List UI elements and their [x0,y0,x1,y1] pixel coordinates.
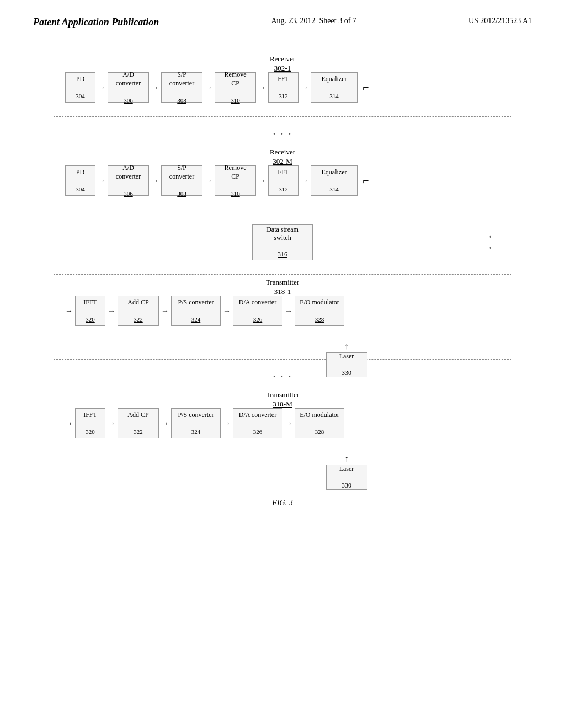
arrow: → [151,83,159,92]
block-ifft-tm: IFFT320 [75,408,105,438]
transmitter-1-container: Transmitter318-1 → IFFT320 → Add CP322 →… [54,274,511,360]
arrow: → [223,419,231,428]
switch-arrow-top: ← [488,232,495,241]
receiver-m-container: Receiver302-M PD304 → A/Dconverter306 → … [54,144,511,210]
block-fft-rm: FFT312 [268,165,299,196]
receiver-m-block-row: PD304 → A/Dconverter306 → S/Pconverter30… [65,165,374,196]
vdots-transmitters: · · · [273,371,292,383]
right-bracket-rm: ⌐ [358,165,374,196]
laser-up-arrow-tm: ↑ [344,454,349,464]
arrow: → [301,83,308,92]
block-sp-r1: S/Pconverter308 [161,72,202,103]
block-data-stream-switch: Data streamswitch316 [252,224,313,260]
block-equalizer-r1: Equalizer314 [311,72,358,103]
block-da-t1: D/A converter326 [233,296,282,326]
arrow: → [205,176,212,185]
figure-caption: FIG. 3 [272,499,292,507]
block-laser-tm: Laser330 [326,465,367,490]
arrow: → [301,176,308,185]
publication-title: Patent Application Publication [33,17,159,28]
block-addcp-tm: Add CP322 [118,408,159,438]
block-fft-r1: FFT312 [268,72,299,103]
arrow: → [151,176,159,185]
block-sp-rm: S/Pconverter308 [161,165,202,196]
arrow: → [285,307,292,315]
block-pd-rm: PD304 [65,165,95,196]
block-ad-r1: A/Dconverter306 [108,72,149,103]
block-eo-tm: E/O modulator328 [295,408,344,438]
block-ps-tm: P/S converter324 [171,408,221,438]
block-pd-r1: PD304 [65,72,95,103]
arrow: → [223,307,231,315]
block-removecp-r1: RemoveCP310 [215,72,256,103]
transmitter-1-label: Transmitter318-1 [54,278,511,297]
switch-arrow-bottom: ← [488,243,495,252]
receiver-1-container: Receiver302-1 PD304 → A/Dconverter306 → … [54,51,511,117]
sheet-info: Aug. 23, 2012 Sheet 3 of 7 [271,17,356,25]
left-arrow-tm: → [65,419,73,428]
arrow: → [258,83,266,92]
arrow: → [98,176,105,185]
receiver-1-block-row: PD304 → A/Dconverter306 → S/Pconverter30… [65,72,374,103]
arrow: → [205,83,212,92]
block-removecp-rm: RemoveCP310 [215,165,256,196]
arrow: → [108,307,115,315]
block-equalizer-rm: Equalizer314 [311,165,358,196]
transmitter-1-block-row: → IFFT320 → Add CP322 → P/S converter324… [65,296,344,326]
transmitter-m-block-row: → IFFT320 → Add CP322 → P/S converter324… [65,408,344,438]
arrow: → [108,419,115,428]
arrow: → [161,419,169,428]
left-arrow-t1: → [65,307,73,315]
patent-number: US 2012/213523 A1 [468,17,532,25]
diagram-area: Receiver302-1 PD304 → A/Dconverter306 → … [0,34,565,524]
vdots-receivers: · · · [273,128,292,141]
transmitter-m-container: Transmitter318-M → IFFT320 → Add CP322 →… [54,387,511,472]
block-ifft-t1: IFFT320 [75,296,105,326]
page-header: Patent Application Publication Aug. 23, … [0,0,565,34]
switch-wrapper: Data streamswitch316 ← ← [54,220,511,264]
arrow: → [258,176,266,185]
right-bracket-r1: ⌐ [358,72,374,103]
arrow: → [161,307,169,315]
arrow: → [285,419,292,428]
block-addcp-t1: Add CP322 [118,296,159,326]
transmitter-m-label: Transmitter318-M [54,390,511,409]
block-eo-t1: E/O modulator328 [295,296,344,326]
arrow: → [98,83,105,92]
block-ad-rm: A/Dconverter306 [108,165,149,196]
block-ps-t1: P/S converter324 [171,296,221,326]
block-laser-t1: Laser330 [326,352,367,377]
block-da-tm: D/A converter326 [233,408,282,438]
laser-up-arrow-t1: ↑ [344,341,349,351]
